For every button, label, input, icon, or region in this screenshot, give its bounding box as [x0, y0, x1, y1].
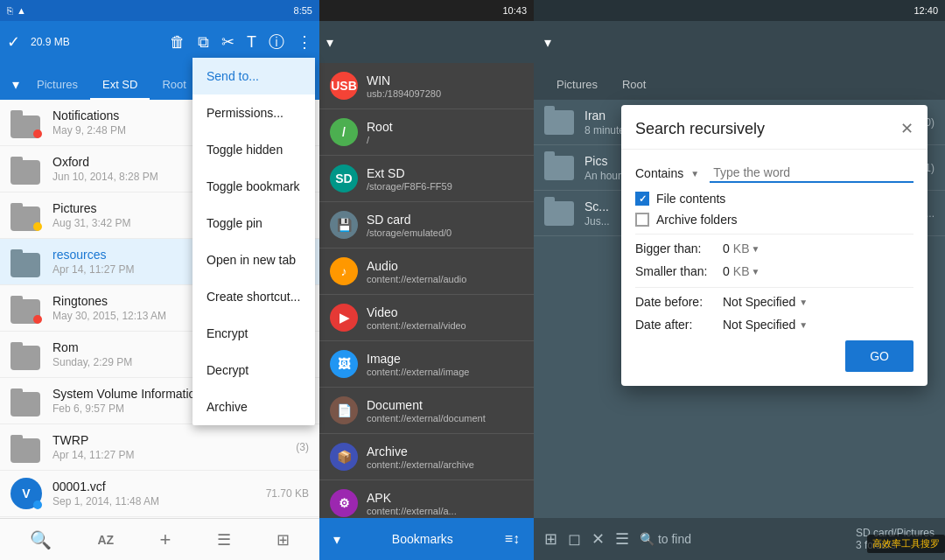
- tab-root[interactable]: Root: [150, 71, 198, 100]
- list-view-icon[interactable]: ☰: [217, 530, 231, 550]
- file-contents-checkbox[interactable]: ✓: [635, 192, 649, 206]
- more-icon[interactable]: ⋮: [297, 32, 312, 52]
- sort-az-button[interactable]: AZ: [97, 533, 114, 547]
- image-icon: 🖼: [338, 357, 350, 371]
- panel1-file-manager: ⎘ ▲ 8:55 ✓ 20.9 MB 🗑 ⧉ ✂ T ⓘ ⋮ ▾ Picture…: [0, 0, 319, 560]
- destinations-list: USB WIN usb:/1894097280 / Root / SD Ext …: [319, 63, 534, 518]
- go-button[interactable]: GO: [845, 340, 914, 372]
- bookmarks-sort-icon[interactable]: ≡↕: [505, 531, 520, 547]
- bigger-than-arrow-icon[interactable]: ▼: [751, 244, 760, 254]
- watermark: 高效率工具搜罗: [867, 535, 945, 553]
- date-after-arrow-icon[interactable]: ▼: [799, 320, 808, 330]
- audio-icon: ♪: [341, 264, 347, 278]
- tab-chevron[interactable]: ▾: [7, 69, 24, 100]
- bigger-than-row: Bigger than: 0 KB ▼: [635, 242, 914, 256]
- date-before-row: Date before: Not Specified ▼: [635, 295, 914, 309]
- dest-name: Video: [367, 305, 523, 319]
- tab-ext-sd[interactable]: Ext SD: [90, 71, 150, 100]
- sdcard-icon: 💾: [337, 218, 352, 232]
- archive-folders-checkbox[interactable]: [635, 213, 649, 227]
- add-button[interactable]: +: [159, 528, 171, 551]
- panel3-browser: 12:40 ▾ Pictures Root Iran 8 minutes ago…: [534, 0, 945, 560]
- file-contents-label: File contents: [656, 192, 725, 206]
- dest-apk[interactable]: ⚙ APK content://external/a... Add Storag…: [319, 480, 534, 518]
- delete-icon[interactable]: 🗑: [170, 33, 186, 52]
- dest-name: Ext SD: [367, 166, 523, 180]
- dest-sdcard[interactable]: 💾 SD card /storage/emulated/0: [319, 202, 534, 248]
- context-menu: Send to... Permissions... Toggle hidden …: [192, 58, 315, 425]
- date-before-value: Not Specified: [723, 295, 795, 309]
- check-icon: ✓: [639, 193, 647, 205]
- smaller-than-arrow-icon[interactable]: ▼: [751, 267, 760, 276]
- dest-video[interactable]: ▶ Video content://external/video: [319, 295, 534, 341]
- context-menu-permissions[interactable]: Permissions...: [192, 94, 315, 131]
- panel1-toolbar: ✓ 20.9 MB 🗑 ⧉ ✂ T ⓘ ⋮: [0, 21, 319, 63]
- bookmarks-bar: ▾ Bookmarks ≡↕: [319, 518, 534, 560]
- date-before-arrow-icon[interactable]: ▼: [799, 298, 808, 307]
- sd-icon: SD: [335, 172, 352, 186]
- dest-archive[interactable]: 📦 Archive content://external/archive: [319, 434, 534, 480]
- grid-icon[interactable]: ⊞: [544, 529, 557, 549]
- date-before-label: Date before:: [635, 295, 723, 309]
- dest-root[interactable]: / Root /: [319, 109, 534, 156]
- context-menu-toggle-pin[interactable]: Toggle pin: [192, 205, 315, 242]
- dest-name: Image: [367, 352, 523, 366]
- panel3-tab-pictures[interactable]: Pictures: [544, 71, 610, 100]
- context-menu-send-to[interactable]: Send to...: [192, 58, 315, 94]
- close-icon[interactable]: ✕: [592, 529, 605, 549]
- search-bottom-icon[interactable]: 🔍 to find: [640, 532, 691, 546]
- context-menu-encrypt[interactable]: Encrypt: [192, 315, 315, 352]
- panel3-tab-root[interactable]: Root: [610, 71, 658, 100]
- archive-folders-label: Archive folders: [656, 213, 738, 227]
- context-menu-decrypt[interactable]: Decrypt: [192, 352, 315, 388]
- text-icon[interactable]: T: [247, 33, 256, 52]
- chevron-down-icon[interactable]: ▾: [333, 531, 340, 548]
- apk-icon: ⚙: [339, 496, 350, 510]
- context-menu-create-shortcut[interactable]: Create shortcut...: [192, 278, 315, 315]
- list-icon[interactable]: ☰: [615, 529, 629, 549]
- search-word-input[interactable]: [710, 164, 914, 183]
- info-icon[interactable]: ⓘ: [269, 32, 284, 52]
- context-menu-open-new-tab[interactable]: Open in new tab: [192, 242, 315, 278]
- dest-audio[interactable]: ♪ Audio content://external/audio: [319, 248, 534, 295]
- file-name: 00001.vcf: [52, 480, 266, 494]
- smaller-than-value: 0: [723, 264, 730, 278]
- cut-icon[interactable]: ✂: [221, 32, 234, 52]
- dest-name: APK: [367, 491, 523, 505]
- bigger-than-label: Bigger than:: [635, 242, 723, 256]
- tab-pictures[interactable]: Pictures: [24, 71, 90, 100]
- search-close-button[interactable]: ✕: [900, 119, 914, 138]
- dest-path: content://external/a...: [367, 506, 523, 516]
- date-after-row: Date after: Not Specified ▼: [635, 318, 914, 332]
- go-button-row: GO: [635, 340, 914, 372]
- divider: [635, 287, 914, 288]
- dest-name: WIN: [367, 74, 523, 88]
- context-menu-toggle-hidden[interactable]: Toggle hidden: [192, 131, 315, 168]
- context-menu-toggle-bookmark[interactable]: Toggle bookmark: [192, 168, 315, 205]
- grid-view-icon[interactable]: ⊞: [276, 530, 290, 550]
- panel3-time: 12:40: [914, 5, 938, 16]
- search-dialog-body: Contains ▼ ✓ File contents Archive folde…: [621, 150, 928, 386]
- context-menu-archive[interactable]: Archive: [192, 388, 315, 425]
- contains-dropdown[interactable]: Contains ▼: [635, 166, 699, 180]
- search-icon[interactable]: 🔍: [30, 529, 52, 550]
- dest-document[interactable]: 📄 Document content://external/document: [319, 388, 534, 434]
- archive-icon: 📦: [337, 450, 352, 464]
- contains-label: Contains: [635, 166, 683, 180]
- list-item[interactable]: V 00001.vcf Sep 1, 2014, 11:48 AM 71.70 …: [0, 471, 319, 517]
- panel3-chevron[interactable]: ▾: [544, 34, 551, 51]
- dropdown-arrow-icon: ▼: [690, 169, 699, 178]
- file-date: Apr 14, 11:27 PM: [52, 449, 296, 461]
- dest-extsd[interactable]: SD Ext SD /storage/F8F6-FF59: [319, 156, 534, 202]
- dest-win[interactable]: USB WIN usb:/1894097280: [319, 63, 534, 109]
- date-after-label: Date after:: [635, 318, 723, 332]
- video-icon: ▶: [340, 311, 349, 325]
- list-item[interactable]: TWRP Apr 14, 11:27 PM (3): [0, 424, 319, 471]
- smaller-than-unit: KB: [733, 264, 750, 278]
- panel1-time: 8:55: [294, 5, 312, 16]
- bluetooth-icon: ⎘: [7, 5, 13, 16]
- dest-image[interactable]: 🖼 Image content://external/image: [319, 341, 534, 388]
- copy-icon[interactable]: ⧉: [198, 33, 209, 52]
- select-icon[interactable]: ◻: [568, 529, 581, 549]
- dest-path: /: [367, 135, 523, 145]
